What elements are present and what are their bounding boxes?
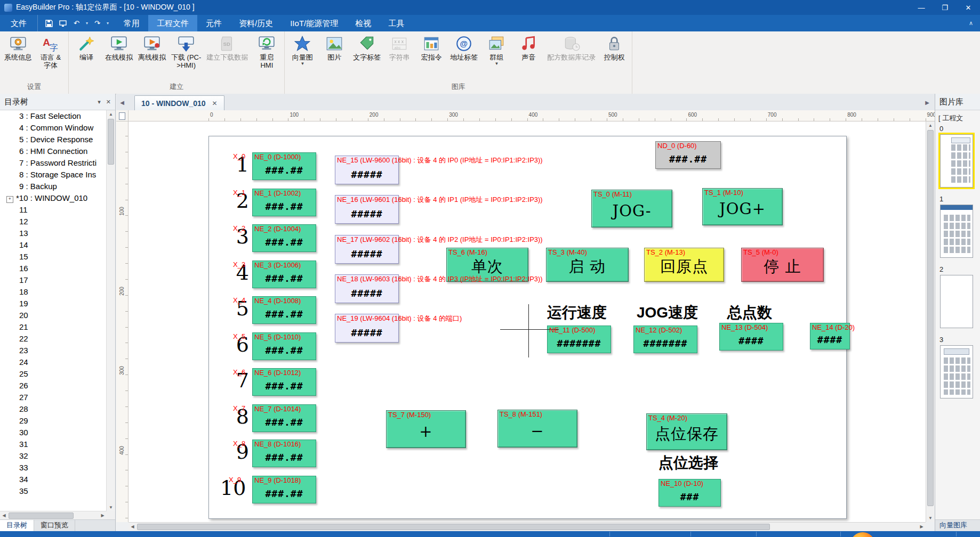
button-TS_5-stop[interactable]: TS_5 (M-0)停 止 bbox=[741, 248, 824, 282]
tree-item[interactable]: 30 bbox=[0, 427, 107, 438]
document-tab-window-010[interactable]: 10 - WINDOW_010 ✕ bbox=[134, 95, 224, 110]
tree-item[interactable]: 6 : HMI Connection bbox=[0, 145, 107, 157]
save-project-icon[interactable] bbox=[58, 19, 67, 28]
big-number-1[interactable]: 1X_0 bbox=[224, 154, 249, 175]
numeric-NE_8[interactable]: NE_8 (D-1016)###.## bbox=[252, 440, 316, 467]
close-button[interactable]: ✕ bbox=[957, 0, 980, 15]
vector-library-button[interactable]: 向量图 ▼ bbox=[286, 33, 318, 66]
tree-item[interactable]: 8 : Storage Space Ins bbox=[0, 169, 107, 181]
tab-view[interactable]: 检视 bbox=[347, 15, 380, 31]
chevron-down-icon[interactable]: ▼ bbox=[494, 62, 499, 66]
numeric-NE_3[interactable]: NE_3 (D-1006)###.## bbox=[252, 261, 316, 288]
tree-item[interactable]: 3 : Fast Selection bbox=[0, 110, 107, 122]
tree-item[interactable]: 31 bbox=[0, 438, 107, 450]
tree-item[interactable]: 16 bbox=[0, 263, 107, 274]
redo-caret-icon[interactable]: ▾ bbox=[107, 21, 109, 26]
tree-item[interactable]: 27 bbox=[0, 392, 107, 403]
tree-item[interactable]: 12 bbox=[0, 216, 107, 227]
compile-button[interactable]: 编译 bbox=[70, 33, 102, 62]
tree-item[interactable]: 33 bbox=[0, 462, 107, 474]
library-name[interactable]: [ 工程文 bbox=[935, 110, 980, 124]
collapse-ribbon-icon[interactable]: ∧ bbox=[962, 15, 980, 31]
system-parameters-button[interactable]: 系统信息 bbox=[2, 33, 35, 62]
numeric-NE_6[interactable]: NE_6 (D-1012)###.## bbox=[252, 368, 316, 396]
tree-item[interactable]: 11 bbox=[0, 204, 107, 216]
numeric-NE_5[interactable]: NE_5 (D-1010)###.## bbox=[252, 332, 316, 360]
button-TS_7-plus[interactable]: TS_7 (M-150)+ bbox=[386, 410, 466, 448]
scrollbar-thumb[interactable] bbox=[9, 512, 74, 519]
tab-scroll-left-icon[interactable]: ◀ bbox=[116, 95, 128, 110]
scrollbar-thumb[interactable] bbox=[108, 119, 114, 165]
tree-item[interactable]: 24 bbox=[0, 356, 107, 368]
minimize-button[interactable]: — bbox=[910, 0, 933, 15]
numeric-NE_14[interactable]: NE_14 (D-20)#### bbox=[810, 323, 850, 349]
ip-NE_15[interactable]: NE_15 (LW-9600 (16bit) : 设备 4 的 IP0 (IP地… bbox=[335, 156, 399, 184]
numeric-NE_0[interactable]: NE_0 (D-1000)###.## bbox=[252, 152, 316, 180]
tree-item[interactable]: 13 bbox=[0, 227, 107, 239]
button-TS_4-save-point[interactable]: TS_4 (M-20)点位保存 bbox=[646, 413, 727, 450]
tree-item[interactable]: 29 bbox=[0, 415, 107, 427]
panel-menu-icon[interactable]: ▾ bbox=[98, 99, 101, 105]
tree-item[interactable]: 19 bbox=[0, 298, 107, 310]
tree-item[interactable]: 28 bbox=[0, 403, 107, 415]
ip-NE_17[interactable]: NE_17 (LW-9602 (16bit) : 设备 4 的 IP2 (IP地… bbox=[335, 235, 399, 264]
big-number-10[interactable]: 10X_9 bbox=[220, 478, 245, 498]
panel-close-icon[interactable]: ✕ bbox=[106, 99, 111, 105]
tree-item[interactable]: 9 : Backup bbox=[0, 181, 107, 192]
big-number-7[interactable]: 7X_6 bbox=[224, 370, 249, 390]
tree-item[interactable]: 34 bbox=[0, 474, 107, 485]
tree-item[interactable]: 15 bbox=[0, 251, 107, 263]
scrollbar-thumb[interactable] bbox=[927, 130, 934, 506]
scroll-up-icon[interactable]: ▲ bbox=[926, 121, 935, 129]
label-total-points[interactable]: 总点数 bbox=[727, 303, 772, 323]
control-token-button[interactable]: 控制权 bbox=[598, 33, 630, 62]
library-thumbnail[interactable] bbox=[940, 275, 973, 328]
tree-item[interactable]: 5 : Device Response bbox=[0, 134, 107, 145]
tree-item[interactable]: 26 bbox=[0, 380, 107, 392]
expand-icon[interactable]: + bbox=[6, 196, 13, 203]
library-thumbnail[interactable] bbox=[940, 205, 973, 258]
tree-item[interactable]: 7 : Password Restricti bbox=[0, 157, 107, 169]
tree-item[interactable]: 22 bbox=[0, 333, 107, 345]
numeric-NE_1[interactable]: NE_1 (D-1002)###.## bbox=[252, 189, 316, 216]
big-number-9[interactable]: 9X_8 bbox=[224, 442, 249, 462]
reboot-hmi-button[interactable]: 重启 HMI bbox=[251, 33, 283, 70]
tree-vertical-scrollbar[interactable]: ▲ ▼ bbox=[106, 110, 115, 511]
numeric-NE_4[interactable]: NE_4 (D-1008)###.## bbox=[252, 296, 316, 324]
big-number-5[interactable]: 5X_4 bbox=[224, 298, 249, 319]
big-number-4[interactable]: 4X_3 bbox=[224, 263, 249, 283]
scroll-down-icon[interactable]: ▼ bbox=[926, 514, 935, 522]
undo-icon[interactable]: ↶ bbox=[72, 19, 81, 28]
big-number-2[interactable]: 2X_1 bbox=[224, 191, 249, 211]
chevron-down-icon[interactable]: ▼ bbox=[300, 62, 304, 66]
numeric-NE_2[interactable]: NE_2 (D-1004)###.## bbox=[252, 224, 316, 252]
tab-object[interactable]: 元件 bbox=[197, 15, 230, 31]
big-number-3[interactable]: 3X_2 bbox=[224, 226, 249, 247]
library-thumbnail[interactable] bbox=[940, 134, 973, 188]
tab-scroll-right-icon[interactable]: ▶ bbox=[921, 95, 933, 110]
picture-library-button[interactable]: 图片 bbox=[318, 33, 350, 62]
button-TS_0-jog-minus[interactable]: TS_0 (M-11)JOG- bbox=[591, 190, 672, 227]
online-simulation-button[interactable]: 在线模拟 bbox=[102, 33, 135, 62]
maximize-button[interactable]: ❐ bbox=[933, 0, 957, 15]
numeric-NE_10[interactable]: NE_10 (D-10)### bbox=[658, 479, 721, 507]
numeric-NE_7[interactable]: NE_7 (D-1014)###.## bbox=[252, 404, 316, 432]
label-jog-speed[interactable]: JOG速度 bbox=[637, 303, 698, 323]
scrollbar-thumb[interactable] bbox=[137, 524, 770, 530]
button-TS_3-start[interactable]: TS_3 (M-40)启 动 bbox=[546, 248, 629, 282]
big-number-6[interactable]: 6X_5 bbox=[224, 335, 249, 355]
sound-library-button[interactable]: 声音 bbox=[512, 33, 544, 62]
tree-item[interactable]: 21 bbox=[0, 321, 107, 333]
address-tag-button[interactable]: @ 地址标签 bbox=[447, 33, 480, 62]
numeric-ND_0[interactable]: ND_0 (D-60)###.## bbox=[655, 141, 721, 169]
ip-NE_16[interactable]: NE_16 (LW-9601 (16bit) : 设备 4 的 IP1 (IP地… bbox=[335, 195, 399, 224]
group-library-button[interactable]: 群组 ▼ bbox=[480, 33, 512, 66]
button-TS_8-minus[interactable]: TS_8 (M-151)− bbox=[497, 410, 577, 448]
tree-item[interactable]: 32 bbox=[0, 450, 107, 462]
undo-caret-icon[interactable]: ▾ bbox=[86, 21, 88, 26]
tab-close-icon[interactable]: ✕ bbox=[212, 100, 218, 107]
ip-NE_19[interactable]: NE_19 (LW-9604 (16bit) : 设备 4 的端口)##### bbox=[335, 314, 399, 343]
save-icon[interactable] bbox=[44, 19, 53, 28]
tab-project-file[interactable]: 工程文件 bbox=[148, 15, 197, 31]
offline-simulation-button[interactable]: 离线模拟 bbox=[135, 33, 168, 62]
